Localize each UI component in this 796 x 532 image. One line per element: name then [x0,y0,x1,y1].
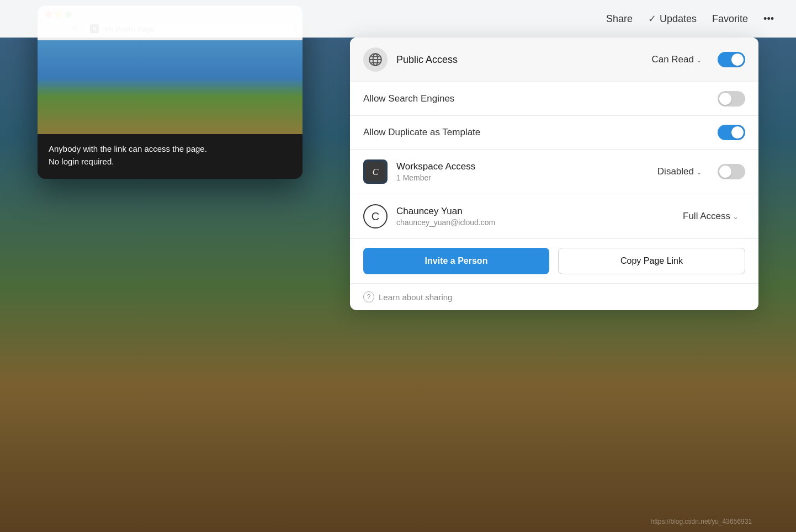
workspace-logo-icon: C [365,162,385,182]
user-permission-label: Full Access [683,211,730,222]
tooltip-line1: Anybody with the link can access the pag… [49,144,207,153]
workspace-info: Workspace Access 1 Member [396,161,649,182]
public-access-icon-wrap [363,47,388,72]
chevron-down-icon: ⌄ [696,168,702,176]
allow-duplicate-row: Allow Duplicate as Template [350,116,758,150]
workspace-permission-label: Disabled [657,166,694,177]
toggle-thumb [719,166,731,178]
browser-page-content [38,40,303,134]
share-label: Share [606,13,633,25]
tooltip-line2: No login required. [49,157,114,166]
user-avatar: C [363,204,388,228]
can-read-dropdown[interactable]: Can Read ⌄ [651,54,702,65]
public-access-label: Public Access [396,54,643,66]
permission-label: Can Read [651,54,694,65]
workspace-subtitle: 1 Member [396,173,649,182]
share-panel: Public Access Can Read ⌄ Allow Search En… [350,38,758,310]
allow-search-row: Allow Search Engines [350,82,758,116]
allow-search-label: Allow Search Engines [363,93,709,104]
more-options-button[interactable]: ••• [763,13,774,25]
user-permission-dropdown[interactable]: Full Access ⌄ [683,211,739,222]
toggle-thumb [731,126,744,139]
workspace-access-toggle[interactable] [718,164,745,179]
workspace-permission-dropdown[interactable]: Disabled ⌄ [657,166,702,177]
chevron-down-icon: ⌄ [733,212,739,221]
action-buttons-row: Invite a Person Copy Page Link [350,239,758,284]
updates-label: Updates [660,13,697,25]
svg-text:C: C [373,167,379,177]
invite-person-button[interactable]: Invite a Person [363,248,549,274]
chevron-down-icon: ⌄ [696,56,702,64]
toggle-thumb [731,54,744,66]
updates-button[interactable]: ✓ Updates [648,13,697,25]
learn-link[interactable]: Learn about sharing [379,292,452,302]
share-button[interactable]: Share [606,13,633,25]
copy-page-link-button[interactable]: Copy Page Link [558,248,745,274]
favorite-label: Favorite [712,13,748,25]
watermark: https://blog.csdn.net/yu_43656931 [651,518,752,525]
allow-duplicate-label: Allow Duplicate as Template [363,127,709,138]
favorite-button[interactable]: Favorite [712,13,748,25]
workspace-logo-wrap: C [363,159,388,184]
toggle-thumb [719,93,731,105]
user-name: Chauncey Yuan [396,206,674,217]
user-info: Chauncey Yuan chauncey_yuan@icloud.com [396,206,674,227]
workspace-title: Workspace Access [396,161,649,172]
globe-icon [368,52,383,67]
tooltip-description: Anybody with the link can access the pag… [38,134,303,179]
public-access-toggle[interactable] [718,52,745,67]
more-icon: ••• [763,13,774,25]
avatar-letter: C [372,210,379,223]
checkmark-icon: ✓ [648,13,656,25]
user-email: chauncey_yuan@icloud.com [396,218,674,227]
public-access-row: Public Access Can Read ⌄ [350,38,758,82]
workspace-access-row: C Workspace Access 1 Member Disabled ⌄ [350,150,758,194]
top-toolbar: Share ✓ Updates Favorite ••• [0,0,796,38]
help-icon: ? [363,291,374,302]
learn-row: ? Learn about sharing [350,284,758,310]
user-row: C Chauncey Yuan chauncey_yuan@icloud.com… [350,194,758,239]
allow-duplicate-toggle[interactable] [718,125,745,140]
allow-search-toggle[interactable] [718,91,745,107]
